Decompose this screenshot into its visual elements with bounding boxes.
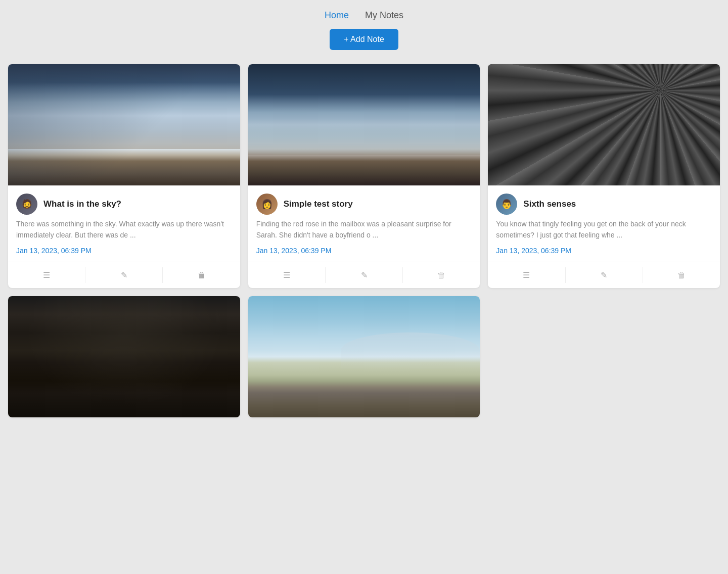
list-icon: ☰: [43, 270, 50, 280]
delete-icon: 🗑: [198, 271, 206, 280]
card-2-title: Simple test story: [284, 199, 353, 209]
card-1-author-row: 🧔 What is in the sky?: [16, 194, 232, 215]
nav-my-notes[interactable]: My Notes: [365, 10, 403, 21]
card-2-author-row: 👩 Simple test story: [256, 194, 472, 215]
avatar-icon: 👩: [261, 199, 272, 210]
card-2-edit-btn[interactable]: ✎: [326, 267, 403, 283]
card-2-image: [248, 64, 480, 185]
list-icon: ☰: [283, 270, 290, 280]
card-2-avatar: 👩: [256, 194, 278, 215]
delete-icon: 🗑: [677, 271, 686, 280]
avatar-icon: 👨: [501, 199, 512, 210]
edit-icon: ✎: [601, 270, 607, 280]
add-note-section: + Add Note: [0, 29, 728, 50]
card-2: 👩 Simple test story Finding the red rose…: [248, 64, 480, 288]
add-note-button[interactable]: + Add Note: [330, 29, 398, 50]
card-2-date: Jan 13, 2023, 06:39 PM: [256, 247, 472, 255]
card-1-list-btn[interactable]: ☰: [8, 267, 85, 283]
cards-row-main: 🧔 What is in the sky? There was somethin…: [0, 64, 728, 288]
card-5-partial: [248, 296, 480, 417]
card-1-image: [8, 64, 240, 185]
delete-icon: 🗑: [437, 271, 445, 280]
card-1-excerpt: There was something in the sky. What exa…: [16, 219, 232, 241]
card-2-excerpt: Finding the red rose in the mailbox was …: [256, 219, 472, 241]
cards-row-bottom: [0, 296, 728, 417]
card-3-delete-btn[interactable]: 🗑: [643, 268, 720, 283]
card-2-list-btn[interactable]: ☰: [248, 267, 326, 283]
card-1-delete-btn[interactable]: 🗑: [163, 268, 240, 283]
card-3: 👨 Sixth senses You know that tingly feel…: [488, 64, 720, 288]
card-3-title: Sixth senses: [523, 199, 576, 209]
card-3-actions: ☰ ✎ 🗑: [488, 262, 720, 288]
nav-home[interactable]: Home: [325, 10, 349, 21]
card-2-delete-btn[interactable]: 🗑: [403, 268, 480, 283]
card-1: 🧔 What is in the sky? There was somethin…: [8, 64, 240, 288]
card-4-image: [8, 296, 240, 417]
avatar-icon: 🧔: [21, 199, 32, 210]
card-6-placeholder: [488, 296, 720, 417]
card-3-author-row: 👨 Sixth senses: [496, 194, 712, 215]
card-1-avatar: 🧔: [16, 194, 37, 215]
card-3-body: 👨 Sixth senses You know that tingly feel…: [488, 185, 720, 262]
main-nav: Home My Notes: [0, 0, 728, 29]
card-5-image: [248, 296, 480, 417]
edit-icon: ✎: [121, 270, 127, 280]
card-4-partial: [8, 296, 240, 417]
edit-icon: ✎: [361, 270, 368, 280]
card-3-avatar: 👨: [496, 194, 517, 215]
card-1-body: 🧔 What is in the sky? There was somethin…: [8, 185, 240, 262]
card-3-image: [488, 64, 720, 185]
card-1-actions: ☰ ✎ 🗑: [8, 262, 240, 288]
card-2-body: 👩 Simple test story Finding the red rose…: [248, 185, 480, 262]
card-1-date: Jan 13, 2023, 06:39 PM: [16, 247, 232, 255]
card-1-title: What is in the sky?: [43, 199, 121, 209]
list-icon: ☰: [523, 270, 530, 280]
card-3-date: Jan 13, 2023, 06:39 PM: [496, 247, 712, 255]
card-3-list-btn[interactable]: ☰: [488, 267, 565, 283]
card-2-actions: ☰ ✎ 🗑: [248, 262, 480, 288]
card-1-edit-btn[interactable]: ✎: [85, 267, 163, 283]
card-3-edit-btn[interactable]: ✎: [566, 267, 643, 283]
card-3-excerpt: You know that tingly feeling you get on …: [496, 219, 712, 241]
